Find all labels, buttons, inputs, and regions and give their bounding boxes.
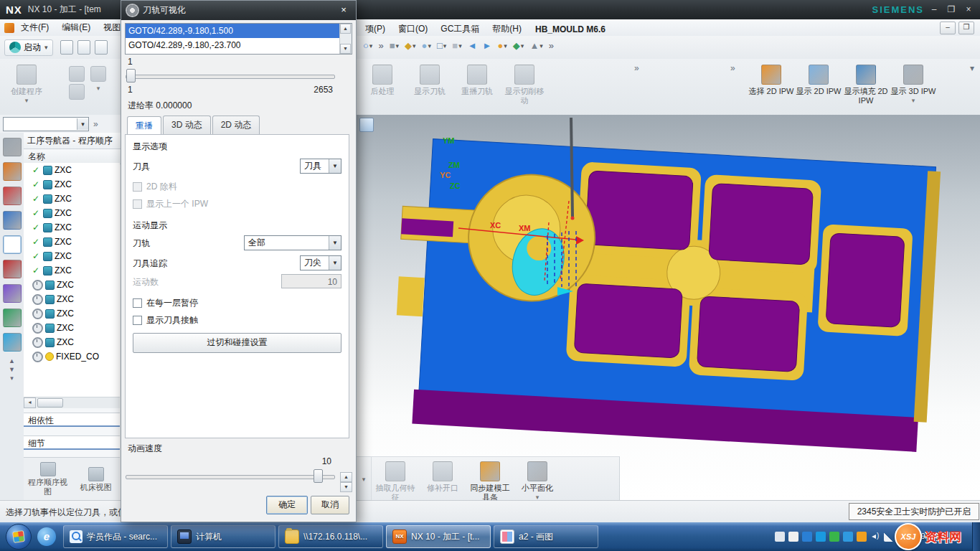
- tree-row[interactable]: ✓ZXC: [24, 177, 120, 192]
- orange-tray-icon[interactable]: [857, 532, 867, 542]
- checkbox-icon[interactable]: [133, 182, 142, 192]
- scroll-down-icon[interactable]: ▼: [6, 366, 18, 373]
- pocket-purple[interactable]: [697, 296, 799, 372]
- taskbar-item-nx[interactable]: NX 10 - 加工 - [t...: [386, 525, 491, 548]
- tab-replay[interactable]: 重播: [127, 116, 161, 136]
- motion-count-field[interactable]: 10: [281, 274, 341, 288]
- pocket-purple[interactable]: [826, 233, 905, 328]
- menu-item[interactable]: GC工具箱: [434, 21, 486, 37]
- graphics-viewport[interactable]: YMZMYCZCXCXM ▾ 抽取几何特征▾修补开口同步建模工具条小平面化▾: [357, 115, 980, 500]
- orient-view-button[interactable]: ◆▾: [402, 39, 418, 53]
- menu-item[interactable]: 帮助(H): [486, 21, 528, 37]
- tool-trace-combobox[interactable]: 刀尖 ▼: [300, 255, 341, 270]
- select-2d-ipw-button[interactable]: 选择 2D IPW: [748, 60, 795, 105]
- slider-track[interactable]: [126, 475, 335, 479]
- list-vertical-scrollbar[interactable]: ▲ ▼: [339, 24, 352, 54]
- scrollbar-thumb[interactable]: [37, 398, 63, 408]
- constraint-navigator-icon[interactable]: [3, 187, 22, 205]
- tree-row[interactable]: ZXC: [24, 278, 120, 292]
- spin-down-icon[interactable]: ▼: [340, 482, 352, 492]
- slider-track[interactable]: [126, 75, 335, 79]
- checkbox-icon[interactable]: [133, 298, 142, 308]
- keyboard-tray-icon[interactable]: [775, 532, 785, 542]
- tree-row[interactable]: ✓ZXC: [24, 163, 120, 177]
- pause-each-level-checkbox[interactable]: 在每一层暂停: [133, 297, 198, 309]
- scroll-down-icon[interactable]: ▼: [340, 44, 351, 54]
- cloud-tray-icon[interactable]: [843, 532, 853, 542]
- taskbar-item-computer[interactable]: 计算机: [171, 525, 275, 548]
- process-assistant-icon[interactable]: [3, 309, 22, 327]
- goto-event-list[interactable]: GOTO/42.289,-9.180,1.500GOTO/42.289,-9.1…: [125, 23, 352, 55]
- cancel-button[interactable]: 取消: [311, 496, 349, 514]
- menu-item[interactable]: 编辑(E): [55, 20, 97, 34]
- minimize-icon[interactable]: –: [925, 2, 943, 17]
- sync-modeling-button[interactable]: 同步建模工具条: [466, 457, 514, 500]
- network-tray-icon[interactable]: [884, 532, 894, 542]
- gear-icon[interactable]: [3, 138, 22, 156]
- toolpath-combobox[interactable]: 全部 ▼: [244, 235, 341, 250]
- scroll-left-icon[interactable]: ◂: [24, 397, 36, 408]
- tree-row[interactable]: ZXC: [24, 335, 120, 349]
- pan-view-button[interactable]: ◄: [466, 39, 479, 53]
- 2d-removal-checkbox[interactable]: 2D 除料: [133, 181, 177, 193]
- ok-button[interactable]: 确定: [266, 496, 308, 514]
- selection-filter-combobox[interactable]: ▾: [3, 117, 89, 131]
- restore-icon[interactable]: ❐: [943, 2, 960, 17]
- open-file-icon[interactable]: [77, 40, 90, 55]
- create-method-icon[interactable]: [90, 66, 106, 82]
- green-status-tray-icon[interactable]: [829, 532, 839, 542]
- child-restore-icon[interactable]: ❐: [958, 22, 974, 34]
- extract-geometry-button[interactable]: 抽取几何特征▾: [372, 457, 419, 500]
- tree-row[interactable]: ✓ZXC: [24, 249, 120, 263]
- goto-line[interactable]: GOTO/42.289,-9.180,1.500: [126, 24, 352, 38]
- facet-body-button[interactable]: 小平面化▾: [514, 457, 561, 500]
- spin-up-icon[interactable]: ▲: [340, 472, 352, 482]
- close-icon[interactable]: ×: [960, 2, 977, 17]
- post-process-button[interactable]: 后处理: [359, 60, 406, 105]
- goto-line[interactable]: GOTO/42.289,-9.180,-23.700: [126, 38, 352, 52]
- shield-2345-tray-icon[interactable]: [802, 532, 812, 542]
- toolpath-position-slider[interactable]: [126, 69, 335, 83]
- runner-slot-purple[interactable]: [401, 218, 453, 237]
- taskbar-item-browser[interactable]: 学员作品 - searc...: [63, 525, 168, 548]
- tab-3d-dynamic[interactable]: 3D 动态: [163, 116, 211, 135]
- collision-settings-button[interactable]: 过切和碰撞设置: [133, 333, 341, 353]
- wireframe-display-button[interactable]: □▾: [435, 39, 448, 53]
- checkbox-icon[interactable]: [133, 316, 142, 325]
- tree-row[interactable]: ZXC: [24, 306, 120, 321]
- create-geometry-icon[interactable]: [69, 84, 85, 100]
- show-2d-ipw-button[interactable]: 显示 2D IPW: [795, 60, 842, 105]
- tree-row[interactable]: FIXED_CO: [24, 349, 120, 364]
- patch-opening-button[interactable]: 修补开口: [419, 457, 466, 493]
- overflow-chevron-button[interactable]: »: [547, 39, 556, 53]
- create-program-button[interactable]: 创建程序▾: [3, 60, 50, 104]
- volume-tray-icon[interactable]: [870, 532, 880, 542]
- layer-window-button[interactable]: ■▾: [450, 39, 463, 53]
- overflow-chevron-icon[interactable]: »: [730, 63, 735, 73]
- tree-row[interactable]: ✓ZXC: [24, 235, 120, 249]
- tree-row[interactable]: ZXC: [24, 321, 120, 335]
- start-menu-button[interactable]: 启动 ▾: [4, 39, 53, 56]
- toolbar-overflow-icon[interactable]: ▾: [357, 457, 372, 500]
- checkbox-icon[interactable]: [133, 199, 142, 209]
- ime-tray-icon[interactable]: [788, 532, 798, 542]
- tree-row[interactable]: ✓ZXC: [24, 206, 120, 220]
- tree-row[interactable]: ✓ZXC: [24, 192, 120, 206]
- tree-row[interactable]: ZXC: [24, 292, 120, 306]
- tree-row[interactable]: ✓ZXC: [24, 220, 120, 235]
- machining-feature-navigator-icon[interactable]: [3, 260, 22, 278]
- navigator-column-header[interactable]: 名称: [24, 149, 121, 164]
- pocket-purple[interactable]: [709, 183, 814, 265]
- menu-item[interactable]: 窗口(O): [392, 21, 434, 37]
- animation-speed-slider[interactable]: [126, 469, 335, 483]
- create-tool-icon[interactable]: [69, 66, 85, 82]
- menu-item[interactable]: 项(P): [359, 21, 392, 37]
- scroll-up-icon[interactable]: ▲: [340, 24, 351, 34]
- tool-display-combobox[interactable]: 刀具 ▼: [300, 159, 341, 174]
- tab-2d-dynamic[interactable]: 2D 动态: [212, 116, 260, 135]
- section-view-button[interactable]: ◆▾: [511, 39, 527, 53]
- snap-point-button[interactable]: ■▾: [387, 39, 401, 53]
- dialog-close-icon[interactable]: ×: [336, 4, 352, 17]
- show-cut-moves-button[interactable]: 显示切削移动: [501, 60, 548, 105]
- view-tool-icon[interactable]: [359, 118, 374, 132]
